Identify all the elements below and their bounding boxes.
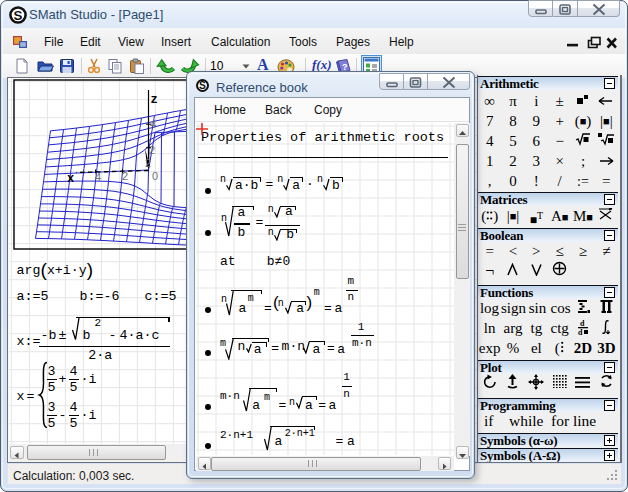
svg-text:d: d bbox=[578, 328, 583, 335]
svg-text:x: x bbox=[67, 172, 74, 186]
svg-text:S: S bbox=[199, 80, 206, 91]
svg-text:2: 2 bbox=[149, 144, 155, 156]
svg-text:d: d bbox=[580, 319, 585, 328]
svg-text:z: z bbox=[150, 93, 157, 107]
svg-text:2: 2 bbox=[145, 157, 151, 169]
svg-text:S: S bbox=[14, 8, 23, 23]
svg-text:0: 0 bbox=[152, 170, 158, 182]
